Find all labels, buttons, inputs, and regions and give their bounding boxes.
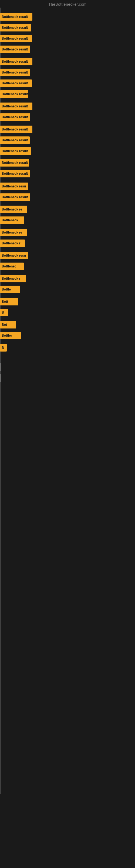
bar-item: B [0, 344, 7, 351]
bar-label: Bottleneck result [2, 104, 28, 108]
bar-label: Bottler [2, 334, 12, 337]
bar-item: Bottleneck re [0, 206, 27, 213]
bar-label: Bottleneck resu [2, 254, 26, 257]
bar-item: Bottleneck [0, 216, 24, 224]
bar-label: Bottleneck re [2, 230, 22, 235]
bar-label: Bot [2, 323, 7, 327]
bar-item: Bottleneck result [0, 147, 31, 155]
bar-label: Bottleneck r [2, 277, 20, 280]
bar-label: Bottleneck result [2, 138, 28, 142]
bar-item: Bottleneck resu [0, 183, 28, 190]
bar-item: Bottleneck result [0, 193, 30, 201]
bar-label: Bottleneck re [2, 208, 22, 211]
bar-item: Bottleneck result [0, 113, 30, 121]
bar-label: Bottleneck result [2, 161, 28, 165]
bar-item: Bottleneck r [0, 240, 25, 247]
bar-label: Bottleneck r [2, 241, 20, 245]
bar-label: Bottle [2, 287, 11, 291]
bar-label: Bottleneck result [2, 195, 28, 199]
bar-label: Bottleneck result [2, 115, 28, 119]
bar-label: Bottleneck result [2, 82, 28, 85]
bar-label: Bottleneck result [2, 172, 28, 176]
bar-item: Bottleneck result [0, 126, 32, 133]
bar-item: Bottleneck result [0, 69, 30, 76]
bar-item: Bottle [0, 286, 20, 293]
bar-label: Bottleneck resu [2, 184, 26, 188]
bar-label: Bottleneck result [2, 127, 28, 131]
chart-area: Bottleneck resultBottleneck resultBottle… [0, 8, 135, 848]
bar-label: Bottleneck result [2, 149, 28, 153]
bar-item: Bottleneck result [0, 136, 30, 144]
bar-item: Bottleneck result [0, 80, 32, 87]
cursor-line [1, 363, 1, 371]
bar-label: Bottleneck result [2, 48, 28, 51]
bar-label: Bottleneck result [2, 37, 28, 40]
bar-label: Bottlenec [2, 265, 16, 268]
bar-label: Bottleneck result [2, 15, 28, 19]
bar-label: Bottleneck result [2, 70, 28, 74]
bar-item: Bottleneck result [0, 13, 32, 21]
bar-item: Bottleneck result [0, 58, 32, 65]
bar-label: B [2, 346, 4, 350]
site-title: TheBottlenecker.com [0, 0, 135, 8]
bar-item: Bottleneck re [0, 229, 27, 236]
bar-item: B [0, 309, 8, 316]
bar-label: Bottleneck result [2, 92, 28, 96]
bar-item: Bottleneck result [0, 170, 30, 177]
bar-item: Bottleneck resu [0, 252, 28, 259]
bar-label: B [2, 311, 4, 314]
bar-item: Bottleneck r [0, 275, 26, 282]
bar-item: Bottlenec [0, 262, 24, 270]
bar-item: Bottleneck result [0, 90, 28, 98]
bar-item: Bottleneck result [0, 35, 32, 42]
bar-item: Bott [0, 298, 18, 305]
bar-label: Bottleneck result [2, 60, 28, 63]
bar-label: Bottleneck [2, 218, 18, 222]
site-header: TheBottlenecker.com [0, 0, 135, 8]
bar-label: Bottleneck result [2, 26, 28, 30]
bar-item: Bottleneck result [0, 102, 32, 110]
bar-item: Bottleneck result [0, 159, 29, 166]
bar-item: Bottleneck result [0, 45, 30, 53]
bar-item: Bot [0, 321, 16, 329]
cursor-line [1, 374, 1, 382]
bar-label: Bott [2, 300, 8, 304]
bar-item: Bottleneck result [0, 24, 31, 31]
bar-item: Bottler [0, 332, 21, 339]
